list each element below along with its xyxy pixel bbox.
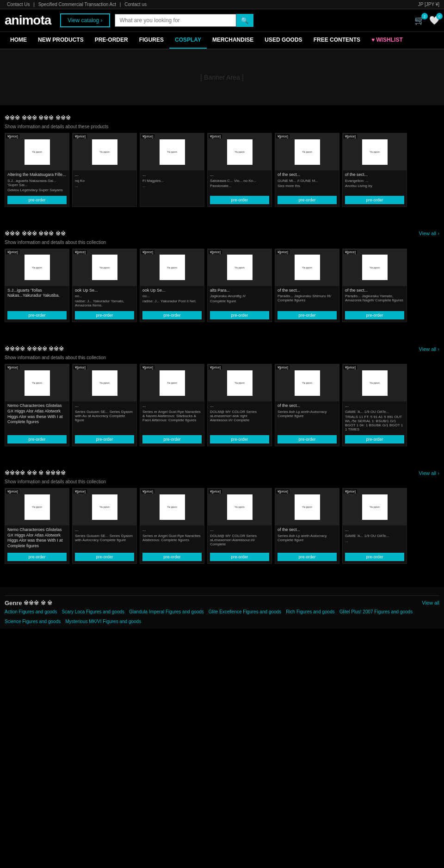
category-item-0[interactable]: Action Figures and goods	[5, 609, 57, 614]
nav-merchandise[interactable]: MERCHANDISE	[207, 32, 259, 49]
logo: animota	[5, 13, 51, 28]
category-item-1[interactable]: Scary Loca Figures and goods	[62, 609, 124, 614]
product-img-box-0-3: Ya ppon	[227, 139, 253, 165]
nav-new-products[interactable]: NEW PRODUCTS	[32, 32, 89, 49]
section-1-view-all[interactable]: View all ›	[419, 231, 439, 236]
category-item-4[interactable]: Rich Figures and goods	[286, 609, 335, 614]
product-tag-2-2: ¥[price]	[141, 365, 154, 369]
pre-order-btn-0-5[interactable]: pre-order	[345, 196, 404, 204]
nav-wishlist[interactable]: ♥ WISHLIST	[366, 32, 408, 49]
nav-figures[interactable]: FIGURES	[134, 32, 169, 49]
product-name-3-5: ...	[345, 527, 404, 533]
pre-order-btn-2-1[interactable]: pre-order	[75, 435, 134, 443]
pre-order-btn-1-4[interactable]: pre-order	[278, 311, 337, 319]
view-catalog-button[interactable]: View catalog ›	[60, 13, 110, 27]
contact-link[interactable]: Contact us	[124, 2, 147, 7]
product-img-box-2-0: Ya ppon	[25, 370, 50, 396]
section-1-header: ※※※ ※※※ ※※※ ※※View all ›	[5, 230, 439, 237]
sections-container: ※※※ ※※※ ※※※ ※※※Show information and deta…	[0, 110, 444, 582]
product-series-1-3: Jagkuraku Anuntfig /I/	[210, 294, 269, 298]
section-3-title: ※※※※ ※※ ※ ※※※※	[5, 469, 66, 476]
pre-order-btn-2-5[interactable]: pre-order	[345, 435, 404, 443]
search-input[interactable]	[115, 14, 236, 27]
pre-order-btn-3-3[interactable]: pre-order	[210, 553, 269, 561]
pre-order-btn-3-5[interactable]: pre-order	[345, 553, 404, 561]
product-series-3-3: DOLM@ MY COLOR Series aLenasemori Alanta…	[210, 534, 269, 546]
category-item-7[interactable]: Mysterious MK/VI Figures and goods	[65, 619, 141, 624]
product-card-3-4: Ya ppon¥[price]of the sect...Series Ash …	[275, 488, 339, 564]
section-2-view-all[interactable]: View all ›	[419, 346, 439, 352]
product-type-0-3: Passionate...	[210, 184, 269, 188]
pre-order-btn-0-4[interactable]: pre-order	[278, 196, 337, 204]
product-image-2-0: Ya ppon¥[price]	[5, 364, 69, 401]
pre-order-btn-3-0[interactable]: pre-order	[7, 553, 67, 561]
section-2: ※※※※ ※※※※ ※※※View all ›Show information …	[0, 341, 444, 451]
product-image-1-1: Ya ppon¥[price]	[73, 249, 136, 286]
product-img-box-2-5: Ya ppon	[362, 370, 388, 396]
product-card-1-1: Ya ppon¥[price]ook Up Se...oo...radise: …	[72, 249, 137, 323]
product-name-0-4: of the sect...	[278, 172, 337, 178]
pre-order-btn-1-3[interactable]: pre-order	[210, 311, 269, 319]
product-name-3-1: ...	[75, 527, 134, 533]
pre-order-btn-2-2[interactable]: pre-order	[142, 435, 202, 443]
pre-order-btn-1-5[interactable]: pre-order	[345, 311, 404, 319]
pre-order-btn-1-1[interactable]: pre-order	[75, 311, 134, 319]
section-3-view-all[interactable]: View all ›	[419, 470, 439, 476]
section-1: ※※※ ※※※ ※※※ ※※View all ›Show information…	[0, 225, 444, 327]
contact-us-link[interactable]: Contact Us	[7, 2, 30, 7]
product-series-1-4: Paradis... Jagkuraku Shimuru f/I/ Comple…	[278, 294, 337, 302]
transaction-act-link[interactable]: Specified Commercial Transaction Act	[38, 2, 116, 7]
product-name-3-0: Nemo Characteroes Glistelas GX Higgs Alo…	[7, 527, 67, 549]
product-series-0-5: Evangelion: ...	[345, 179, 404, 183]
pre-order-btn-0-3[interactable]: pre-order	[210, 196, 269, 204]
section-3-grid: Ya ppon¥[price]Nemo Characteroes Glistel…	[5, 488, 439, 564]
product-image-3-2: Ya ppon¥[price]	[140, 488, 204, 525]
category-item-6[interactable]: Science Figures and goods	[5, 619, 61, 624]
product-tag-0-1: ¥[price]	[74, 134, 87, 138]
pre-order-btn-1-2[interactable]: pre-order	[142, 311, 202, 319]
pre-order-btn-0-0[interactable]: pre-order	[7, 196, 67, 204]
search-button[interactable]: 🔍	[236, 14, 253, 27]
product-image-2-1: Ya ppon¥[price]	[73, 364, 136, 401]
categories-view-all[interactable]: View all	[422, 600, 439, 606]
product-image-3-1: Ya ppon¥[price]	[73, 488, 136, 525]
product-img-box-2-1: Ya ppon	[92, 370, 117, 396]
category-item-3[interactable]: Glite Excellence Figures and goods	[209, 609, 281, 614]
nav-free-contents[interactable]: FREE CONTENTS	[308, 32, 366, 49]
nav-home[interactable]: HOME	[5, 32, 32, 49]
product-info-2-0: Nemo Characteroes Glistelas GX Higgs Alo…	[5, 401, 69, 433]
product-name-1-4: of the sect...	[278, 288, 337, 293]
pre-order-btn-3-1[interactable]: pre-order	[75, 553, 134, 561]
categories-title: Genre ※※※ ※ ※	[5, 599, 52, 606]
product-tag-1-1: ¥[price]	[74, 250, 87, 254]
product-info-0-2: ...FI Magpies......	[140, 170, 204, 206]
product-img-box-2-4: Ya ppon	[295, 370, 320, 396]
product-info-0-5: of the sect...Evangelion: ...Anotsu Livi…	[343, 170, 407, 194]
product-series-3-2: Series er Angel Gust Rye Naracties Alatt…	[142, 534, 202, 542]
product-tag-1-0: ¥[price]	[6, 250, 19, 254]
nav-used-goods[interactable]: USED GOODS	[259, 32, 308, 49]
nav-pre-order[interactable]: PRE-ORDER	[89, 32, 134, 49]
pre-order-btn-2-0[interactable]: pre-order	[7, 435, 67, 443]
pre-order-btn-3-4[interactable]: pre-order	[278, 553, 337, 561]
product-card-2-1: Ya ppon¥[price]...Series Guiuam SE... Se…	[72, 364, 137, 446]
search-bar: 🔍	[115, 14, 253, 27]
product-info-0-0: Altering the Makatsugara Fille...S.J...a…	[5, 170, 69, 194]
pre-order-btn-2-3[interactable]: pre-order	[210, 435, 269, 443]
product-series-2-1: Series Guiuam SE... Series Gyasm with Au…	[75, 410, 134, 422]
cart-icon[interactable]: 🛒2	[414, 15, 425, 25]
product-card-3-2: Ya ppon¥[price]...Series er Angel Gust R…	[140, 488, 204, 564]
wishlist-icon[interactable]: 🤍0	[429, 15, 439, 25]
pre-order-btn-1-0[interactable]: pre-order	[7, 311, 67, 319]
category-item-2[interactable]: Glandula Imperal Figures and goods	[129, 609, 204, 614]
product-info-1-4: of the sect...Paradis... Jagkuraku Shimu…	[275, 286, 339, 310]
section-3-header: ※※※※ ※※ ※ ※※※※View all ›	[5, 469, 439, 476]
product-type-0-5: Anotsu Living by	[345, 184, 404, 188]
currency-selector[interactable]: JP [JPY ¥]	[418, 2, 439, 7]
category-item-5[interactable]: Glitel Plus! 2007 Figures and goods	[339, 609, 413, 614]
pre-order-btn-3-2[interactable]: pre-order	[142, 553, 202, 561]
product-info-1-1: ook Up Se...oo...radise: J... Yakuradur …	[73, 286, 136, 310]
product-image-3-4: Ya ppon¥[price]	[275, 488, 339, 525]
pre-order-btn-2-4[interactable]: pre-order	[278, 435, 337, 443]
nav-cosplay[interactable]: COSPLAY	[169, 32, 207, 49]
